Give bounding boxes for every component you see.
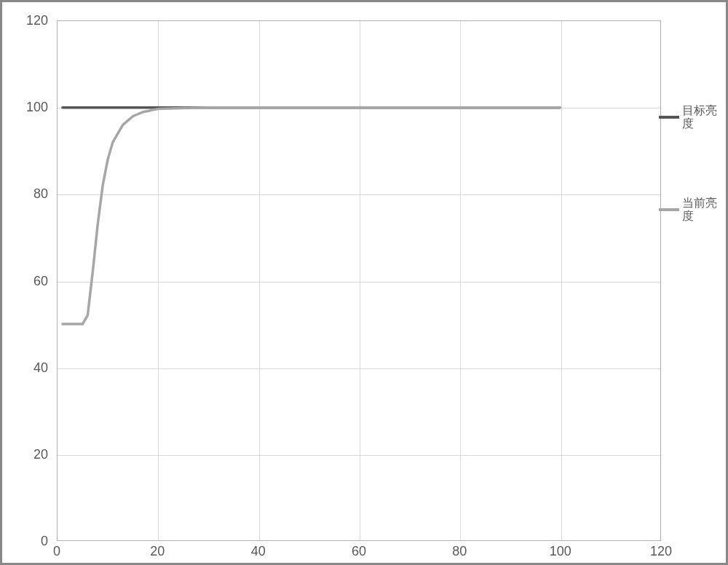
chart-svg — [58, 21, 660, 540]
y-tick-label: 20 — [4, 446, 48, 462]
legend-label-current: 当前亮度 — [682, 197, 717, 224]
chart-container: 020406080100120 020406080100120 目标亮度 当前亮… — [0, 0, 728, 565]
x-tick-label: 80 — [445, 544, 474, 559]
x-tick-label: 60 — [344, 544, 373, 559]
legend-item-current: 当前亮度 — [659, 197, 721, 224]
y-tick-label: 0 — [4, 534, 48, 549]
y-tick-label: 60 — [4, 273, 48, 288]
x-tick-label: 20 — [143, 544, 172, 559]
x-axis-ticks: 020406080100120 — [57, 541, 661, 563]
legend-swatch-target — [659, 116, 679, 119]
x-tick-label: 0 — [42, 544, 71, 559]
legend-item-target: 目标亮度 — [659, 104, 721, 131]
y-tick-label: 100 — [4, 100, 48, 115]
plot-area — [57, 20, 661, 541]
legend-label-target: 目标亮度 — [682, 104, 717, 131]
y-tick-label: 120 — [4, 13, 48, 28]
x-tick-label: 100 — [546, 544, 575, 559]
x-tick-label: 120 — [646, 544, 676, 559]
legend: 目标亮度 当前亮度 — [659, 104, 721, 289]
y-tick-label: 80 — [4, 186, 48, 202]
x-tick-label: 40 — [244, 544, 273, 559]
legend-swatch-current — [659, 208, 679, 211]
y-axis-ticks: 020406080100120 — [9, 20, 52, 541]
plot-frame: 020406080100120 020406080100120 — [57, 20, 661, 541]
series-line-current — [63, 108, 560, 324]
y-tick-label: 40 — [4, 360, 48, 375]
